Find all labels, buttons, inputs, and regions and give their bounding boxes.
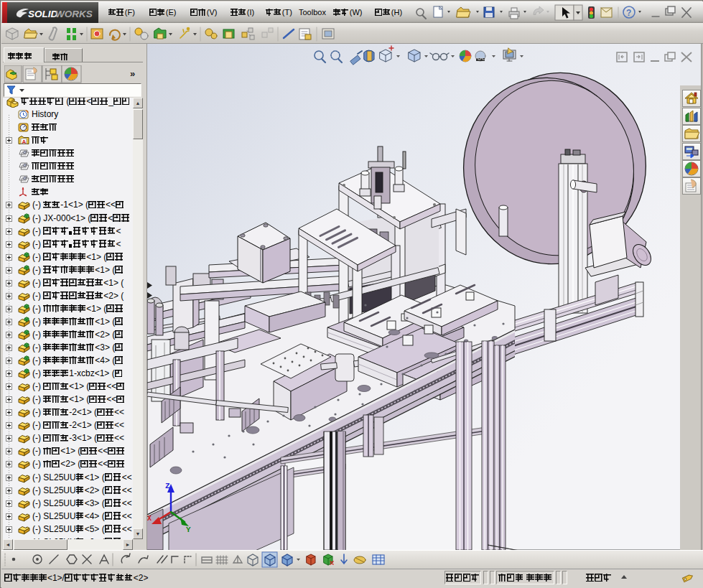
svg-text:WORKS: WORKS [55,9,93,19]
svg-text:?: ? [626,8,631,18]
svg-text:SOLID: SOLID [28,9,58,19]
svg-text:Y: Y [186,526,191,534]
svg-text:A: A [22,139,27,145]
svg-text:X: X [147,515,152,523]
svg-text:Z: Z [165,482,170,490]
